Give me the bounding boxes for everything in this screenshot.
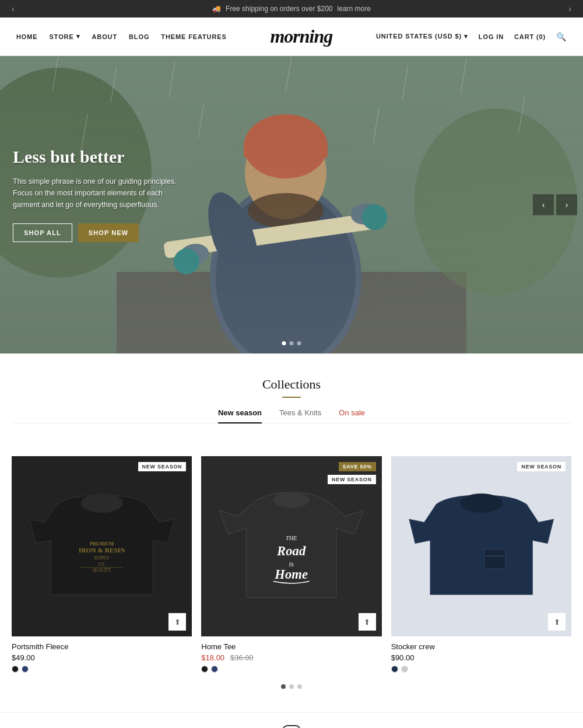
svg-text:PREMIUM: PREMIUM xyxy=(90,541,114,547)
product-badge-new-season-2: NEW SEASON xyxy=(328,475,376,484)
svg-rect-11 xyxy=(244,144,328,158)
pagination-dots xyxy=(0,684,583,689)
header: HOME STORE ▾ ABOUT BLOG THEME FEATURES m… xyxy=(0,18,583,56)
product-badge-new-season-3: NEW SEASON xyxy=(517,462,566,471)
login-link[interactable]: LOG IN xyxy=(479,33,504,40)
product-image-hometee: THE Road is Home SAVE 50% NEW SEASON ⬆ xyxy=(201,456,381,636)
hero-dot-1[interactable] xyxy=(282,341,286,345)
nav-blog[interactable]: BLOG xyxy=(129,33,149,40)
svg-text:SUPPLY: SUPPLY xyxy=(94,556,110,561)
svg-point-29 xyxy=(81,494,123,513)
product-card-hometee[interactable]: THE Road is Home SAVE 50% NEW SEASON ⬆ H… xyxy=(201,456,381,673)
product-share-button-2[interactable]: ⬆ xyxy=(359,613,376,631)
instagram-icon xyxy=(23,724,560,728)
hero-description: This simple phrase is one of our guiding… xyxy=(13,176,188,211)
product-image-portsmith: PREMIUM IRON & RESIN SUPPLY CO. QUALITY … xyxy=(12,456,192,636)
nav-home[interactable]: HOME xyxy=(16,33,38,40)
nav-left: HOME STORE ▾ ABOUT BLOG THEME FEATURES xyxy=(16,33,227,40)
product-price-portsmith: $49.00 xyxy=(12,653,192,662)
nav-theme-features[interactable]: THEME FEATURES xyxy=(161,33,226,40)
hero-next-button[interactable]: › xyxy=(556,194,577,215)
hero-dots xyxy=(282,341,301,345)
collections-title: Collections xyxy=(12,377,571,392)
product-price-stocker: $90.00 xyxy=(391,653,571,662)
nav-right: UNITED STATES (USD $) ▾ LOG IN CART (0) … xyxy=(376,32,567,41)
announcement-bar: ‹ 🚚 Free shipping on orders over $200 le… xyxy=(0,0,583,18)
cart-link[interactable]: CART (0) xyxy=(514,33,546,40)
product-colors-hometee xyxy=(201,666,381,673)
product-card-stocker[interactable]: NEW SEASON ⬆ Stocker crew $90.00 xyxy=(391,456,571,673)
instagram-section: ‹ "Oh man! I am so happy with my new gar… xyxy=(0,712,583,728)
product-name-portsmith: Portsmith Fleece xyxy=(12,642,192,651)
shop-new-button[interactable]: SHOP NEW xyxy=(78,223,139,242)
svg-rect-45 xyxy=(283,726,300,728)
product-badge-new-season-1: NEW SEASON xyxy=(138,462,187,471)
color-swatch-black-2[interactable] xyxy=(201,666,208,673)
page-dot-3[interactable] xyxy=(297,684,302,689)
svg-point-37 xyxy=(273,492,310,508)
announcement-icon: 🚚 xyxy=(212,5,221,13)
tab-on-sale[interactable]: On sale xyxy=(339,408,365,423)
nav-about[interactable]: ABOUT xyxy=(92,33,118,40)
product-sale-price-hometee: $18.00 xyxy=(201,653,224,662)
product-colors-portsmith xyxy=(12,666,192,673)
chevron-down-icon: ▾ xyxy=(76,33,80,40)
hero-content: Less but better This simple phrase is on… xyxy=(13,146,188,242)
svg-text:Home: Home xyxy=(275,567,308,582)
color-swatch-black-1[interactable] xyxy=(12,666,19,673)
color-swatch-navy-3[interactable] xyxy=(391,666,398,673)
announcement-link[interactable]: learn more xyxy=(338,5,371,13)
page-dot-2[interactable] xyxy=(289,684,294,689)
svg-text:IRON & RESIN: IRON & RESIN xyxy=(79,547,125,554)
product-original-price-hometee: $36.00 xyxy=(230,653,254,662)
svg-rect-44 xyxy=(486,555,504,556)
hero-dot-2[interactable] xyxy=(290,341,294,345)
collections-underline xyxy=(282,397,301,398)
tab-new-season[interactable]: New season xyxy=(218,408,262,423)
product-colors-stocker xyxy=(391,666,571,673)
color-swatch-navy-1[interactable] xyxy=(22,666,29,673)
svg-rect-43 xyxy=(484,550,505,569)
hero-dot-3[interactable] xyxy=(297,341,301,345)
svg-text:Road: Road xyxy=(276,544,306,558)
svg-point-42 xyxy=(460,494,502,513)
collections-section: Collections New season Tees & Knits On s… xyxy=(0,354,583,456)
announcement-text: Free shipping on orders over $200 xyxy=(226,5,332,13)
svg-text:CO.: CO. xyxy=(99,562,106,567)
currency-selector[interactable]: UNITED STATES (USD $) ▾ xyxy=(376,33,468,40)
product-card-portsmith[interactable]: PREMIUM IRON & RESIN SUPPLY CO. QUALITY … xyxy=(12,456,192,673)
svg-text:QUALITY: QUALITY xyxy=(93,568,112,573)
announcement-next-arrow[interactable]: › xyxy=(568,4,571,13)
svg-text:THE: THE xyxy=(286,535,297,541)
collections-tabs: New season Tees & Knits On sale xyxy=(12,408,571,424)
hero-title: Less but better xyxy=(13,146,188,167)
product-share-button-1[interactable]: ⬆ xyxy=(168,613,186,631)
search-icon[interactable]: 🔍 xyxy=(556,32,567,41)
hero-prev-button[interactable]: ‹ xyxy=(533,194,554,215)
announcement-prev-arrow[interactable]: ‹ xyxy=(12,4,15,13)
shop-all-button[interactable]: SHOP ALL xyxy=(13,223,72,242)
product-image-stocker: NEW SEASON ⬆ xyxy=(391,456,571,636)
tab-tees-knits[interactable]: Tees & Knits xyxy=(279,408,321,423)
hero-buttons: SHOP ALL SHOP NEW xyxy=(13,223,188,242)
color-swatch-grey-3[interactable] xyxy=(401,666,408,673)
page-dot-1[interactable] xyxy=(281,684,286,689)
nav-store[interactable]: STORE ▾ xyxy=(50,33,80,40)
hero-section: Less but better This simple phrase is on… xyxy=(0,56,583,354)
product-price-hometee: $18.00 $36.00 xyxy=(201,653,381,662)
chevron-down-icon-2: ▾ xyxy=(464,33,468,40)
product-badge-save-50: SAVE 50% xyxy=(339,462,376,471)
product-grid: PREMIUM IRON & RESIN SUPPLY CO. QUALITY … xyxy=(0,456,583,673)
site-logo[interactable]: morning xyxy=(270,26,332,47)
product-share-button-3[interactable]: ⬆ xyxy=(548,613,566,631)
product-name-stocker: Stocker crew xyxy=(391,642,571,651)
product-name-hometee: Home Tee xyxy=(201,642,381,651)
color-swatch-navy-2[interactable] xyxy=(211,666,218,673)
